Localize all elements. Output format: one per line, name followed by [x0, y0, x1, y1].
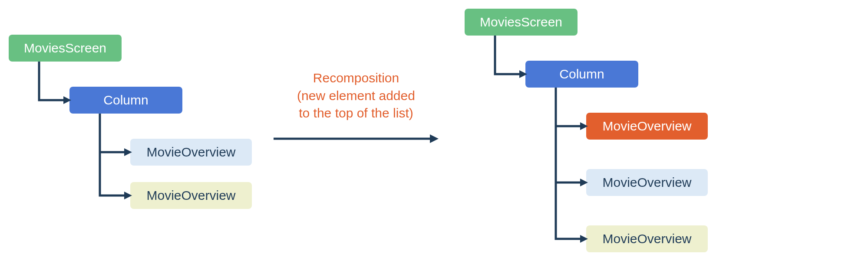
svg-marker-6 [580, 235, 588, 243]
connector-arrow [0, 0, 738, 277]
svg-marker-8 [580, 122, 588, 130]
svg-marker-7 [580, 179, 588, 186]
